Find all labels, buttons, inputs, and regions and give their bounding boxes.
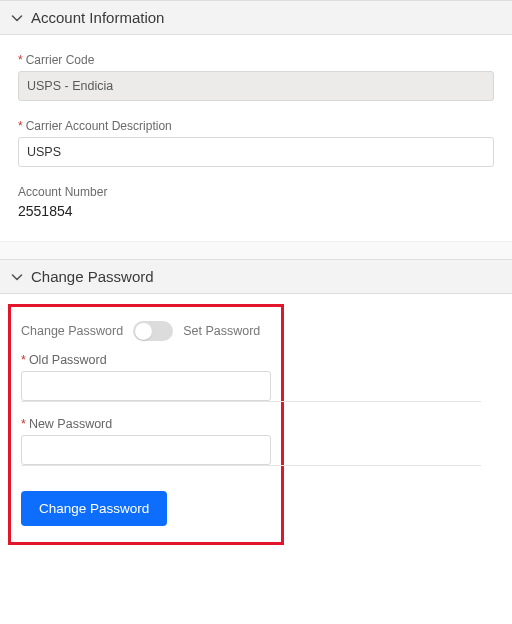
label-old-password: *Old Password [21,353,271,367]
value-account-number: 2551854 [18,203,494,219]
section-title-account: Account Information [31,9,164,26]
chevron-down-icon [10,270,23,283]
chevron-down-icon [10,11,23,24]
toggle-right-label: Set Password [183,324,260,338]
label-new-password: *New Password [21,417,271,431]
label-text-old-password: Old Password [29,353,107,367]
password-mode-toggle[interactable] [133,321,173,341]
section-header-change-password[interactable]: Change Password [0,259,512,294]
account-section-body: *Carrier Code *Carrier Account Descripti… [0,35,512,241]
field-account-number: Account Number 2551854 [18,185,494,219]
required-asterisk: * [18,53,23,67]
label-text-carrier-code: Carrier Code [26,53,95,67]
section-divider [0,241,512,259]
required-asterisk: * [18,119,23,133]
label-carrier-desc: *Carrier Account Description [18,119,494,133]
input-carrier-code [18,71,494,101]
change-password-button[interactable]: Change Password [21,491,167,526]
input-new-password[interactable] [21,435,271,465]
toggle-left-label: Change Password [21,324,123,338]
change-password-highlight: Change Password Set Password *Old Passwo… [8,304,284,545]
field-old-password: *Old Password [21,353,271,401]
password-mode-toggle-row: Change Password Set Password [21,321,271,341]
section-title-change-password: Change Password [31,268,154,285]
required-asterisk: * [21,353,26,367]
input-old-password[interactable] [21,371,271,401]
field-carrier-code: *Carrier Code [18,53,494,101]
field-new-password: *New Password [21,417,271,465]
label-carrier-code: *Carrier Code [18,53,494,67]
label-account-number: Account Number [18,185,494,199]
input-carrier-desc[interactable] [18,137,494,167]
toggle-knob [135,323,152,340]
required-asterisk: * [21,417,26,431]
section-header-account[interactable]: Account Information [0,0,512,35]
label-text-carrier-desc: Carrier Account Description [26,119,172,133]
field-carrier-desc: *Carrier Account Description [18,119,494,167]
label-text-new-password: New Password [29,417,112,431]
